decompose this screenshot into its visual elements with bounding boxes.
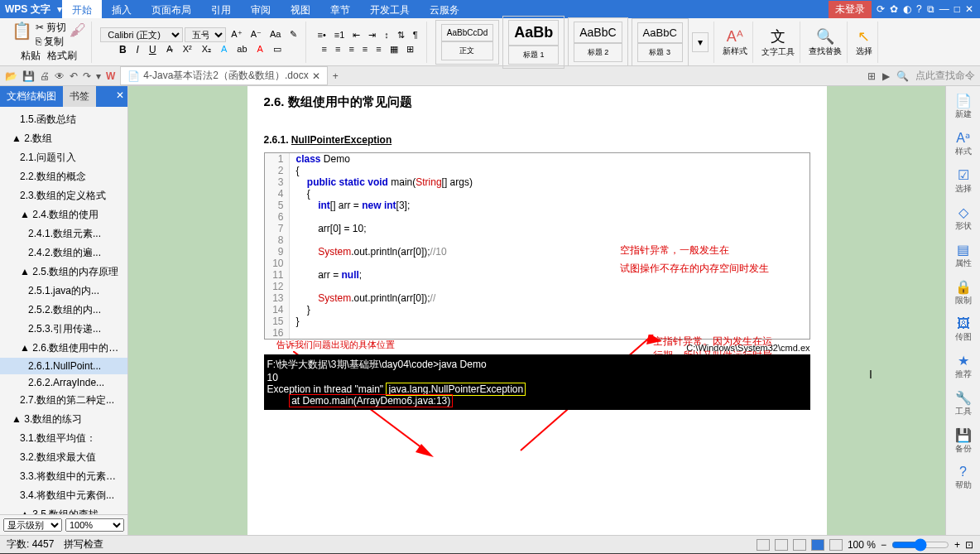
- tree-item[interactable]: 3.2.数组求最大值: [0, 448, 127, 467]
- indent-inc[interactable]: ⇥: [365, 28, 379, 42]
- view-read[interactable]: [811, 539, 824, 551]
- format-label[interactable]: 格式刷: [47, 49, 77, 63]
- shading[interactable]: ▦: [387, 42, 401, 56]
- tree-item[interactable]: ▲ 2.5.数组的内存原理: [0, 263, 127, 282]
- bookmark-tab[interactable]: 书签: [63, 86, 96, 107]
- wps-tab-icon[interactable]: W: [106, 70, 115, 82]
- search-icon[interactable]: 🔍: [896, 70, 909, 82]
- style-h2[interactable]: AaBbC标题 2: [568, 17, 627, 66]
- strike-button[interactable]: A̶: [163, 42, 176, 57]
- spell-check[interactable]: 拼写检查: [64, 537, 103, 552]
- align-left[interactable]: ≡: [319, 42, 330, 56]
- outline-tab[interactable]: 文档结构图: [0, 86, 63, 107]
- login-button[interactable]: 未登录: [829, 1, 872, 18]
- highlight[interactable]: ab: [233, 42, 250, 57]
- size-select[interactable]: 五号: [185, 27, 226, 42]
- show-marks[interactable]: ¶: [410, 28, 421, 42]
- tab-start[interactable]: 开始: [62, 0, 102, 18]
- superscript[interactable]: X²: [180, 42, 195, 57]
- preview-icon[interactable]: 👁: [55, 70, 65, 82]
- copy-button[interactable]: ⎘ 复制: [36, 35, 66, 49]
- rpanel-4[interactable]: ▤属性: [955, 242, 972, 269]
- qat-r1[interactable]: ⊞: [867, 70, 876, 82]
- tree-item[interactable]: 2.7.数组的第二种定...: [0, 391, 127, 410]
- font-color[interactable]: A: [254, 42, 267, 57]
- text-effect[interactable]: A: [218, 42, 230, 57]
- align-justify[interactable]: ≡: [359, 42, 371, 56]
- tree-item[interactable]: 2.6.2.ArrayInde...: [0, 374, 127, 391]
- qat-r2[interactable]: ▶: [882, 70, 890, 82]
- theme-icon[interactable]: ◐: [903, 3, 911, 15]
- paste-icon[interactable]: 📋: [12, 21, 32, 49]
- textool-icon[interactable]: 文: [771, 26, 785, 46]
- select-label[interactable]: 选择: [856, 46, 872, 57]
- rpanel-5[interactable]: 🔒限制: [955, 279, 972, 306]
- bullets[interactable]: ≡•: [315, 28, 329, 42]
- undo-icon[interactable]: ↶: [70, 70, 78, 82]
- redo-icon[interactable]: ↷: [83, 70, 91, 82]
- align-dist[interactable]: ≡: [372, 42, 384, 56]
- document-tab[interactable]: 📄 4-Java基本语法2（函数&数组）.docx ✕: [120, 66, 327, 85]
- style-more[interactable]: ▾: [692, 32, 709, 52]
- tree-item[interactable]: 2.3.数组的定义格式: [0, 186, 127, 205]
- paste-label[interactable]: 粘贴: [21, 49, 41, 63]
- rpanel-6[interactable]: 🖼传图: [955, 316, 972, 343]
- tree-item[interactable]: 2.6.1.NullPoint...: [0, 358, 127, 374]
- view-print[interactable]: [757, 539, 770, 551]
- tab-cloud[interactable]: 云服务: [420, 0, 469, 18]
- sync-icon[interactable]: ⟳: [877, 3, 885, 15]
- underline-button[interactable]: U: [146, 42, 160, 57]
- tree-item[interactable]: 2.4.1.数组元素...: [0, 224, 127, 243]
- tree-item[interactable]: ▲ 3.5.数组的查找: [0, 505, 127, 514]
- settings-icon[interactable]: ✿: [890, 3, 898, 15]
- shrink-font[interactable]: A⁻: [247, 27, 265, 42]
- rpanel-3[interactable]: ◇形状: [955, 205, 972, 232]
- open-icon[interactable]: 📂: [5, 70, 17, 82]
- help-icon[interactable]: ?: [916, 3, 922, 15]
- tree-item[interactable]: 2.2.数组的概念: [0, 167, 127, 186]
- level-select[interactable]: 显示级别: [3, 518, 62, 532]
- char-border[interactable]: ▭: [270, 42, 285, 57]
- align-right[interactable]: ≡: [345, 42, 357, 56]
- find-icon[interactable]: 🔍: [816, 27, 834, 46]
- fit-icon[interactable]: ⊡: [965, 539, 973, 551]
- line-space[interactable]: ↕: [381, 28, 392, 42]
- view-full[interactable]: [829, 539, 843, 551]
- style-normal[interactable]: AaBbCcDd正文: [435, 20, 499, 65]
- newstyle-label[interactable]: 新样式: [723, 46, 747, 57]
- zoom-out[interactable]: −: [881, 539, 886, 551]
- grow-font[interactable]: A⁺: [228, 27, 245, 42]
- tree-item[interactable]: ▲ 2.6.数组使用中的常...: [0, 339, 127, 358]
- tree-item[interactable]: 2.5.1.java的内...: [0, 282, 127, 301]
- tab-chapter[interactable]: 章节: [320, 0, 360, 18]
- sidebar-close-icon[interactable]: ✕: [113, 86, 127, 107]
- tree-item[interactable]: 2.5.2.数组的内...: [0, 301, 127, 320]
- zoom-in[interactable]: +: [954, 539, 960, 551]
- change-case[interactable]: Aa: [267, 27, 284, 42]
- zoom-slider[interactable]: [891, 538, 949, 552]
- close-icon[interactable]: ✕: [965, 3, 973, 15]
- tab-view[interactable]: 视图: [281, 0, 320, 18]
- rpanel-7[interactable]: ★推荐: [955, 353, 972, 380]
- view-outline[interactable]: [793, 539, 806, 551]
- sidebar-zoom[interactable]: 100%: [65, 518, 124, 532]
- rpanel-0[interactable]: 📄新建: [955, 93, 972, 120]
- search-hint[interactable]: 点此查找命令: [915, 69, 975, 83]
- new-tab-icon[interactable]: +: [333, 70, 339, 82]
- rpanel-2[interactable]: ☑选择: [955, 167, 972, 195]
- style-h3[interactable]: AaBbC标题 3: [632, 18, 689, 66]
- tree-item[interactable]: 2.1.问题引入: [0, 148, 127, 167]
- format-painter-icon[interactable]: 🖌: [70, 21, 86, 49]
- tab-reference[interactable]: 引用: [201, 0, 241, 18]
- tab-insert[interactable]: 插入: [102, 0, 142, 18]
- indent-dec[interactable]: ⇤: [349, 28, 363, 42]
- numbering[interactable]: ≡1: [331, 28, 348, 42]
- tree-item[interactable]: 2.5.3.引用传递...: [0, 320, 127, 339]
- select-icon[interactable]: ↖: [858, 27, 870, 46]
- tree-item[interactable]: ▲ 3.数组的练习: [0, 410, 127, 429]
- bold-button[interactable]: B: [116, 42, 130, 57]
- tab-close-icon[interactable]: ✕: [312, 70, 320, 82]
- minimize-icon[interactable]: —: [939, 3, 949, 15]
- font-select[interactable]: Calibri (正文): [100, 27, 183, 42]
- rpanel-8[interactable]: 🔧工具: [955, 390, 972, 417]
